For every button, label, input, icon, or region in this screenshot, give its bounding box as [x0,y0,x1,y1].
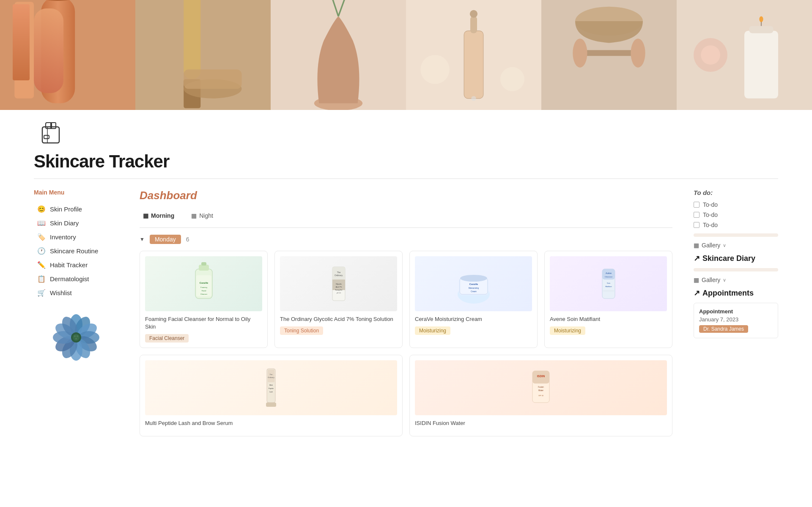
sidebar: Main Menu 😊 Skin Profile 📖 Skin Diary 🏷️… [34,179,127,447]
svg-text:Ordinary: Ordinary [268,376,274,378]
svg-rect-9 [184,69,241,89]
sidebar-item-inventory[interactable]: 🏷️ Inventory [34,230,118,244]
svg-text:ISDIN: ISDIN [537,375,545,378]
todo-item-3[interactable]: To-do [694,222,778,228]
gallery-row-1[interactable]: ▦ Gallery ∨ [694,242,778,249]
product-name-avene: Avene Soin Matifiant [550,315,667,323]
svg-text:Clearance: Clearance [604,276,612,278]
sidebar-item-dermatologist[interactable]: 📋 Dermatologist [34,272,118,285]
page-title: Skincare Tracker [34,151,778,172]
section-toggle[interactable]: ▼ [140,236,145,242]
sidebar-label-inventory: Inventory [50,233,76,241]
gallery-label-2: Gallery [702,277,720,283]
svg-text:CeraVe: CeraVe [469,283,478,285]
todo-label-1: To-do [703,201,718,208]
sidebar-label-dermatologist: Dermatologist [50,275,89,282]
sidebar-item-habit-tracker[interactable]: ✏️ Habit Tracker [34,258,118,271]
product-grid-row2: The Ordinary Multi Peptide Lash Multi Pe… [140,355,672,436]
product-card-avene[interactable]: Avène Clearance Soin Matifiant Avene Soi… [544,251,672,348]
sidebar-item-skincare-routine[interactable]: 🕐 Skincare Routine [34,244,118,258]
banner-panel-6 [677,0,812,110]
todo-item-1[interactable]: To-do [694,201,778,208]
svg-text:Matifiant: Matifiant [605,285,612,288]
svg-text:Water: Water [538,389,543,392]
section-day-tag[interactable]: Monday [150,235,181,244]
svg-text:Avène: Avène [605,272,611,274]
product-name-multi-peptide: Multi Peptide Lash and Brow Serum [145,419,397,427]
svg-point-54 [74,335,76,337]
sidebar-item-skin-diary[interactable]: 📖 Skin Diary [34,217,118,230]
svg-point-26 [573,38,587,68]
banner-panel-5 [541,0,677,110]
sidebar-item-wishlist[interactable]: 🛒 Wishlist [34,286,118,299]
svg-text:CeraVe: CeraVe [199,282,208,284]
svg-point-55 [77,335,78,337]
svg-text:The: The [270,373,273,375]
svg-text:Cream: Cream [471,290,477,293]
appointments-label: Appointments [702,289,754,298]
clipboard-icon: 📋 [37,275,46,283]
section-count: 6 [186,236,189,243]
svg-rect-29 [744,31,778,99]
product-name-foaming-cleanser: Foaming Facial Cleanser for Normal to Oi… [145,315,262,331]
svg-rect-89 [268,370,274,382]
svg-rect-95 [266,403,276,407]
sidebar-flower-decoration [34,312,118,363]
grid-icon-morning: ▦ [143,212,148,219]
svg-point-32 [759,16,763,22]
gallery-row-2[interactable]: ▦ Gallery ∨ [694,277,778,283]
product-card-cerave-cream[interactable]: CeraVe Moisturizing Cream CeraVe Moistur… [409,251,538,348]
product-card-isdin[interactable]: ISDIN Fusion Water SPF 30 ISIDIN Fusion … [409,355,672,436]
right-divider-2 [694,268,778,271]
banner-panel-3 [271,0,406,110]
product-card-foaming-cleanser[interactable]: CeraVe Foaming Facial Cleanser Foaming F… [140,251,268,348]
tab-morning-label: Morning [151,212,174,219]
svg-point-56 [75,338,77,340]
todo-checkbox-2[interactable] [694,212,700,218]
svg-point-20 [471,96,476,101]
tabs-divider [140,227,672,228]
appointment-doctor: Dr. Sandra James [699,325,748,333]
svg-text:The: The [337,271,340,274]
appointment-date: January 7, 2023 [699,316,773,323]
appointments-link[interactable]: ↗ Appointments [694,288,778,298]
dashboard-title: Dashboard [140,189,672,202]
tab-night[interactable]: ▦ Night [188,211,217,221]
sidebar-item-skin-profile[interactable]: 😊 Skin Profile [34,203,118,216]
sidebar-label-skincare-routine: Skincare Routine [50,247,98,255]
svg-point-19 [470,10,477,18]
svg-text:Foaming: Foaming [200,286,207,288]
svg-text:Soin: Soin [606,282,610,284]
svg-rect-1 [14,2,34,99]
svg-point-22 [500,67,524,91]
grid-icon-night: ▦ [191,212,197,219]
tab-morning[interactable]: ▦ Morning [140,211,178,221]
product-tag-foaming-cleanser: Facial Cleanser [145,334,189,343]
appointment-label: Appointment [699,308,773,315]
todo-checkbox-3[interactable] [694,222,700,228]
svg-rect-58 [199,265,209,271]
smile-icon: 😊 [37,205,46,213]
product-image-avene: Avène Clearance Soin Matifiant [550,256,667,311]
tab-night-label: Night [199,212,213,219]
svg-point-34 [701,45,720,65]
appointment-card[interactable]: Appointment January 7, 2023 Dr. Sandra J… [694,303,778,338]
product-tag-avene: Moisturizing [550,326,585,335]
svg-text:SPF 30: SPF 30 [538,395,543,397]
banner-panel-2 [135,0,271,110]
right-divider-1 [694,233,778,237]
product-image-glycolic: The Ordinary. Glycolic Acid 7% Toning So… [280,256,397,311]
product-card-glycolic[interactable]: The Ordinary. Glycolic Acid 7% Toning So… [274,251,403,348]
inventory-icon: 🏷️ [37,233,46,241]
svg-text:Multi: Multi [269,384,273,386]
todo-item-2[interactable]: To-do [694,211,778,218]
product-grid-row1: CeraVe Foaming Facial Cleanser Foaming F… [140,251,672,348]
header-banner [0,0,812,110]
skincare-diary-link[interactable]: ↗ Skincare Diary [694,254,778,263]
product-card-multi-peptide[interactable]: The Ordinary Multi Peptide Lash Multi Pe… [140,355,403,436]
svg-rect-30 [749,26,773,33]
arrow-up-right-icon-diary: ↗ [694,254,700,263]
todo-checkbox-1[interactable] [694,202,700,208]
cart-icon: 🛒 [37,289,46,297]
section-header: ▼ Monday 6 [140,235,672,244]
